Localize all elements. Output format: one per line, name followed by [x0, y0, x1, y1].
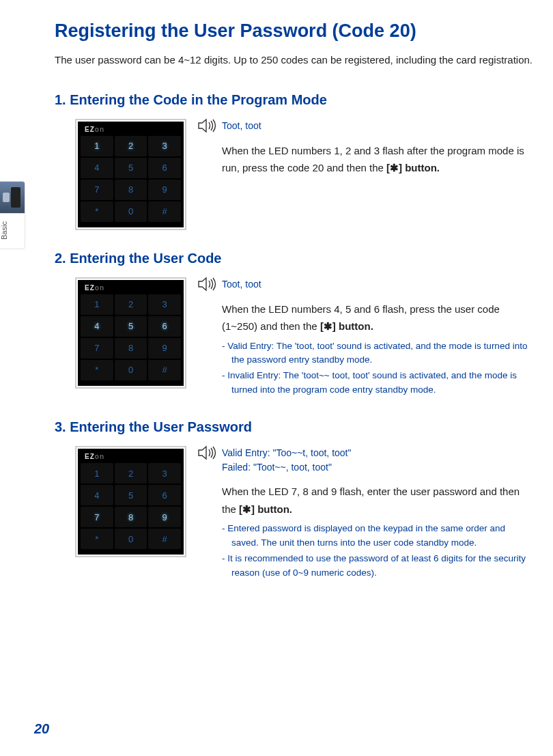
sound-label: Toot, toot [222, 119, 261, 133]
keypad-key: 5 [115, 316, 147, 337]
sound-row: Toot, toot [197, 119, 534, 134]
keypad-image: EZon 123456789*0# [75, 277, 186, 389]
keypad-image: EZon 123456789*0# [75, 446, 186, 557]
sound-label: Valid Entry: "Too~~t, toot, toot"Failed:… [222, 446, 351, 475]
intro-text: The user password can be 4~12 digits. Up… [55, 51, 539, 69]
keypad-key: 6 [148, 316, 181, 337]
keypad-key: 3 [148, 136, 181, 156]
keypad-key: 6 [148, 158, 181, 178]
keypad-brand: EZon [81, 453, 181, 463]
keypad-key: 7 [81, 180, 113, 200]
keypad-key: 1 [81, 294, 113, 315]
step-notes: - Valid Entry: The 'toot, toot' sound is… [197, 339, 534, 398]
step-desc: When the LED numbers 4, 5 and 6 flash, p… [197, 300, 534, 335]
keypad-key: 4 [81, 485, 113, 505]
keypad-brand: EZon [81, 284, 181, 294]
speaker-icon [197, 117, 216, 134]
keypad-key: 3 [148, 294, 181, 315]
step-title: 2. Entering the User Code [55, 251, 539, 266]
speaker-icon [197, 276, 216, 292]
step-desc: When the LED numbers 1, 2 and 3 flash af… [197, 142, 534, 177]
keypad-brand: EZon [81, 126, 181, 136]
keypad-key: 4 [81, 158, 113, 178]
page-number: 20 [34, 721, 49, 737]
keypad-key: 2 [115, 136, 147, 156]
keypad-key: 0 [115, 360, 147, 380]
step-2: 2. Entering the User Code EZon 123456789… [55, 251, 539, 400]
keypad-key: 5 [115, 485, 147, 505]
keypad-key: 0 [115, 529, 147, 549]
keypad-key: # [148, 529, 181, 549]
step-desc: When the LED 7, 8 and 9 flash, enter the… [197, 483, 534, 518]
keypad-image: EZon 123456789*0# [75, 119, 186, 230]
keypad-key: 0 [115, 201, 147, 222]
side-tab-label: Basic [0, 214, 8, 248]
keypad-key: * [81, 201, 113, 222]
step-1: 1. Entering the Code in the Program Mode… [55, 92, 539, 230]
step-3: 3. Entering the User Password EZon 12345… [55, 419, 539, 582]
keypad-key: 6 [148, 485, 181, 505]
keypad-key: 5 [115, 158, 147, 178]
keypad-key: 4 [81, 316, 113, 337]
keypad-key: 3 [148, 463, 181, 484]
device-thumb-icon [0, 182, 25, 214]
keypad-key: * [81, 360, 113, 380]
keypad-key: 8 [115, 507, 147, 527]
keypad-key: 9 [148, 507, 181, 527]
keypad-key: # [148, 360, 181, 380]
keypad-key: 8 [115, 338, 147, 359]
keypad-key: # [148, 201, 181, 222]
keypad-key: 7 [81, 507, 113, 527]
keypad-key: 1 [81, 136, 113, 156]
page-title: Registering the User Password (Code 20) [55, 20, 539, 42]
sound-label: Toot, toot [222, 277, 261, 292]
speaker-icon [197, 445, 216, 461]
keypad-key: 8 [115, 180, 147, 200]
step-notes: - Entered password is displayed on the k… [197, 522, 534, 580]
step-title: 3. Entering the User Password [55, 419, 539, 435]
keypad-key: 2 [115, 294, 147, 315]
keypad-key: * [81, 529, 113, 549]
keypad-key: 2 [115, 463, 147, 484]
step-title: 1. Entering the Code in the Program Mode [55, 92, 539, 108]
keypad-key: 9 [148, 338, 181, 359]
sound-row: Valid Entry: "Too~~t, toot, toot"Failed:… [197, 446, 534, 475]
keypad-key: 9 [148, 180, 181, 200]
sound-row: Toot, toot [197, 277, 534, 292]
keypad-key: 1 [81, 463, 113, 484]
keypad-key: 7 [81, 338, 113, 359]
side-tab: Basic [0, 181, 25, 249]
